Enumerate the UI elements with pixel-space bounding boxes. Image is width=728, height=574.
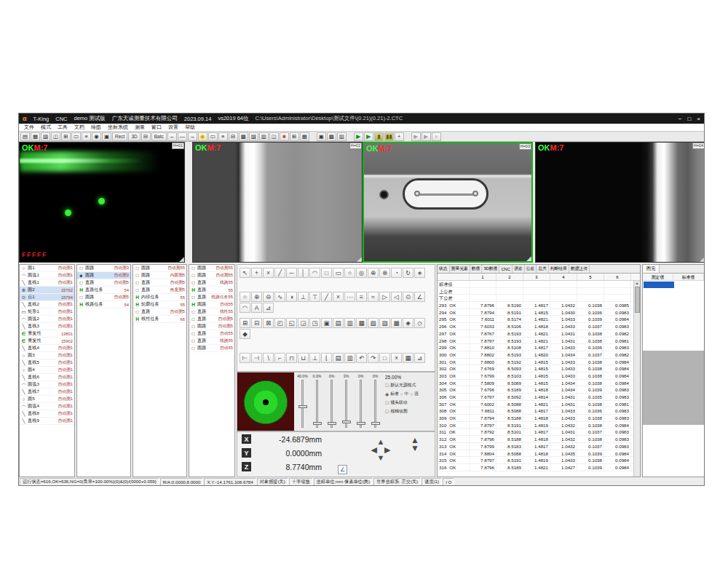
table-row[interactable]: 311 OK 7.8792 8.5101 1.4817 1.0431 0.103… (438, 428, 640, 436)
tool-button[interactable]: × (333, 292, 344, 302)
tool-button[interactable]: ∿ (274, 292, 285, 302)
table-row[interactable]: 300 OK 7.8802 8.5193 1.4820 1.0434 0.103… (438, 351, 640, 359)
toolbar-button[interactable]: ≡ (218, 132, 228, 141)
jog-up-icon[interactable]: ▲ (377, 437, 385, 446)
slider-track[interactable] (345, 380, 347, 428)
tool-button[interactable]: ↻ (403, 268, 414, 278)
tool-button[interactable]: ⊓ (286, 353, 297, 363)
jog-right-icon[interactable]: ▶ (384, 445, 390, 454)
tool-button[interactable]: ▷ (379, 292, 390, 302)
tool-button[interactable]: ▩ (391, 318, 402, 328)
list-item[interactable]: ◠ 圆弧4 自动测1 (20, 403, 74, 410)
table-row[interactable]: 306 OK 7.6797 8.5092 1.4814 1.0431 0.103… (438, 394, 640, 401)
tool-button[interactable]: ⊢ (240, 353, 250, 363)
toolbar-button[interactable]: ▶ (422, 132, 431, 141)
list-item[interactable]: ╲ 直线3 自动测1 (20, 323, 74, 330)
tool-button[interactable]: × (391, 353, 402, 363)
column-header[interactable]: 6 (604, 274, 631, 280)
status-segment[interactable]: I O (443, 478, 454, 486)
table-tab[interactable]: CNC (499, 265, 513, 273)
slider-track[interactable] (301, 380, 304, 428)
toolbar-button[interactable]: → (188, 132, 197, 141)
toolbar-button[interactable]: ▩ (327, 132, 336, 141)
list-item[interactable]: □ 圆路 自动测55 (189, 272, 234, 279)
table-row[interactable]: 301 OK 7.8800 8.5192 1.4815 1.0433 0.103… (438, 359, 640, 366)
toolbar-button[interactable]: ▥ (259, 132, 269, 141)
status-segment[interactable]: 速度(1) (422, 478, 442, 486)
list-item[interactable]: ╲ 直线7 自动测1 (20, 388, 74, 396)
radio-label[interactable]: 强 (414, 391, 419, 397)
camera-view-1[interactable]: OKM:7 H=01 FFFFF ◢ (19, 142, 185, 263)
tool-button[interactable]: ▣ (321, 318, 332, 328)
menu-item[interactable]: 帮助 (182, 124, 198, 131)
menu-item[interactable]: 模式 (38, 124, 54, 131)
toolbar-button[interactable]: ▭ (71, 132, 81, 141)
tool-button[interactable]: ○ (240, 292, 250, 302)
list-item[interactable]: ◠ 圆弧2 自动测1 (20, 316, 74, 323)
tool-button[interactable]: ⊥ (309, 353, 320, 363)
toolbar-button[interactable]: ⊟ (229, 132, 238, 141)
tool-button[interactable]: ∠ (414, 292, 425, 302)
tool-button[interactable]: ▨ (379, 318, 390, 328)
checkbox-icon[interactable]: ☐ (385, 409, 389, 414)
menu-item[interactable]: 测量 (132, 124, 148, 131)
tool-button[interactable]: ≡ (356, 292, 367, 302)
menu-item[interactable]: 绘图 (88, 124, 104, 131)
list-item[interactable]: H 圆路 自动55 (189, 301, 234, 308)
list-item[interactable]: ╲ 直线8 自动测1 (20, 410, 74, 418)
list-item[interactable]: H 直路任务 54 (77, 287, 130, 294)
ring-light-preview[interactable] (237, 372, 294, 431)
tool-button[interactable]: □ (321, 268, 332, 278)
list-item[interactable]: ∈ 重复性 13801 (20, 330, 74, 338)
tool-button[interactable]: ◳ (309, 318, 320, 328)
menu-item[interactable]: 工具 (55, 124, 71, 131)
slider-handle[interactable] (342, 420, 351, 423)
resize-grip-icon[interactable]: ◢ (179, 256, 184, 263)
selected-cell-highlight[interactable] (644, 282, 674, 288)
list-item[interactable]: □ 直路 自动测5 (189, 316, 234, 323)
maximize-button[interactable]: □ (687, 116, 691, 122)
scroll-up-icon[interactable]: ▲ (636, 281, 639, 285)
toolbar-button[interactable]: ▦ (300, 132, 309, 141)
column-header[interactable]: 2 (496, 274, 523, 280)
toolbar-button[interactable]: ▮ (374, 132, 384, 141)
list-item[interactable]: □ 直路 线性55 (189, 308, 234, 316)
list-item[interactable]: ∈ 重复性 15902 (20, 338, 74, 345)
toolbar-button[interactable]: ∗ (280, 132, 289, 141)
table-row[interactable]: 316 OK 7.8796 8.5189 1.4821 1.0427 0.103… (438, 464, 640, 471)
table-row[interactable]: 295 OK 7.6011 8.5174 1.4821 1.0433 0.103… (438, 316, 640, 323)
reference-row[interactable]: 上公差 (438, 288, 640, 295)
status-segment[interactable]: 十字缩放 (289, 478, 313, 486)
close-button[interactable]: × (697, 116, 700, 122)
toolbar-button[interactable]: Rect (112, 132, 127, 141)
toolbar-button[interactable]: ▤ (20, 132, 30, 141)
camera-view-4[interactable]: OKM:7 H=04 ◢ (535, 142, 705, 263)
table-row[interactable]: 305 OK 7.6796 8.5189 1.4818 1.0434 0.103… (438, 386, 640, 394)
toolbar-button[interactable]: ⊞ (290, 132, 299, 141)
list-item[interactable]: H 内径任务 55 (133, 294, 186, 301)
toolbar-button[interactable]: ◫ (51, 132, 60, 141)
list-item[interactable]: ■ 圆路 自动测3 (77, 272, 130, 279)
list-item[interactable]: H 线路任务 54 (77, 301, 130, 308)
list-item[interactable]: □ 直路 自动55 (189, 330, 234, 338)
toolbar-button[interactable]: ▩ (239, 132, 248, 141)
tool-button[interactable]: ⊗ (379, 268, 390, 278)
list-item[interactable]: □ 圆路 自动测5 (77, 294, 130, 301)
table-row[interactable]: 299 OK 7.8810 8.5108 1.4817 1.0433 0.103… (438, 344, 640, 351)
list-item[interactable]: □ 直路 自动测5 (77, 279, 130, 287)
tool-button[interactable]: ⊙ (403, 292, 414, 302)
table-tab[interactable]: 总共 (537, 265, 549, 273)
reference-row[interactable]: 下公差 (438, 295, 640, 302)
toolbar-button[interactable]: × (432, 132, 441, 141)
z-down-icon[interactable]: ▼ (411, 443, 419, 453)
list-item[interactable]: ○ 圆5 自动测1 (20, 396, 74, 403)
menu-item[interactable]: 设置 (165, 124, 181, 131)
table-row[interactable]: 312 OK 7.8796 8.5188 1.4818 1.0432 0.103… (438, 436, 640, 443)
tool-button[interactable]: + (251, 268, 262, 278)
list-item[interactable]: H 直路 55 (189, 287, 234, 294)
x-axis-icon[interactable]: X (242, 434, 251, 444)
list-item[interactable]: ╲ 直线4 自动测1 (20, 345, 74, 352)
tool-button[interactable]: ▦ (403, 353, 414, 363)
list-item[interactable]: ╲ 直线9 自动测1 (20, 418, 74, 425)
toolbar-button[interactable]: ▦ (31, 132, 40, 141)
